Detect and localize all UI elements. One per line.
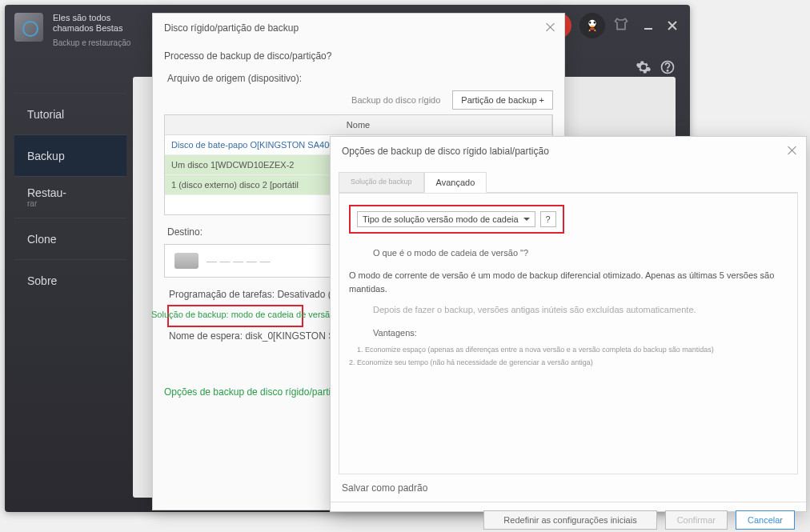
- svg-point-5: [594, 22, 595, 24]
- svg-point-12: [667, 70, 668, 71]
- info-question: O que é o modo de cadeia de versão "?: [373, 248, 788, 258]
- mode-tabs: Backup do disco rígido Partição de backu…: [164, 90, 553, 110]
- svg-rect-7: [590, 28, 595, 30]
- option-tabs: Solução de backup Avançado: [339, 172, 798, 193]
- dropdown-value: Tipo de solução versão modo de cadeia: [363, 214, 519, 224]
- options-body: Tipo de solução versão modo de cadeia ? …: [339, 193, 798, 474]
- sidebar-item-label: Clone: [27, 233, 57, 246]
- th-name: Nome: [165, 115, 552, 134]
- info-paragraph: O modo de corrente de versão é um modo d…: [349, 269, 788, 295]
- info-heading: Vantagens:: [373, 328, 788, 338]
- mode-tab-disk[interactable]: Backup do disco rígido: [343, 90, 449, 110]
- sidebar-item-label: Restau-: [27, 186, 66, 199]
- mode-tab-partition[interactable]: Partição de backup +: [452, 90, 553, 110]
- dialog-title: Opções de backup de disco rígido labial/…: [331, 137, 806, 166]
- sidebar-item-backup[interactable]: Backup: [14, 134, 126, 176]
- info-list-item: 2. Economize seu tempo (não há necessida…: [349, 358, 788, 366]
- title-line2: chamados Bestas: [53, 23, 130, 34]
- minimize-button[interactable]: [640, 18, 656, 34]
- share-qq-icon[interactable]: [579, 13, 605, 38]
- dialog-footer: Redefinir as configurações iniciais Conf…: [331, 502, 806, 532]
- app-title: Eles são todos chamados Bestas Backup e …: [53, 13, 130, 47]
- dialog-title-text: Disco rígido/partição de backup: [164, 22, 299, 34]
- solution-type-highlight: Tipo de solução versão modo de cadeia ?: [349, 205, 564, 234]
- info-block: O que é o modo de cadeia de versão "? O …: [373, 248, 788, 366]
- source-label: Arquivo de origem (dispositivo):: [167, 73, 550, 84]
- help-button[interactable]: ?: [540, 211, 556, 227]
- gear-icon[interactable]: [636, 59, 652, 75]
- skin-icon[interactable]: [613, 16, 632, 35]
- info-list-item: 1. Economize espaço (apenas as diferença…: [357, 346, 788, 354]
- help-icon[interactable]: [660, 59, 676, 75]
- title-line1: Eles são todos: [53, 13, 130, 23]
- app-logo-icon: [14, 13, 43, 42]
- sidebar: Tutorial Backup Restau- rar Clone Sobre: [14, 93, 126, 301]
- drive-icon: [174, 253, 198, 269]
- dialog-title: Disco rígido/partição de backup: [153, 14, 564, 42]
- window-controls: [546, 13, 680, 38]
- options-dialog: Opções de backup de disco rígido labial/…: [330, 136, 807, 512]
- title-subtitle: Backup e restauração: [53, 38, 130, 47]
- reset-button[interactable]: Redefinir as configurações iniciais: [483, 510, 656, 530]
- process-label: Processo de backup de disco/partição?: [164, 50, 553, 62]
- tab-advanced[interactable]: Avançado: [424, 172, 487, 193]
- save-default-link[interactable]: Salvar como padrão: [342, 482, 795, 494]
- close-icon[interactable]: [787, 145, 798, 156]
- svg-point-4: [589, 22, 591, 24]
- dest-value: — — — — —: [207, 255, 270, 267]
- close-button[interactable]: [664, 18, 680, 34]
- header-tools: [636, 59, 676, 75]
- info-paragraph: Depois de fazer o backup, versões antiga…: [373, 303, 788, 317]
- sidebar-item-tutorial[interactable]: Tutorial: [14, 93, 126, 134]
- sidebar-item-about[interactable]: Sobre: [14, 259, 126, 301]
- sidebar-item-clone[interactable]: Clone: [14, 218, 126, 259]
- sidebar-item-sublabel: rar: [27, 199, 66, 208]
- options-link[interactable]: Opções de backup de disco rígido/partiçã…: [164, 386, 346, 398]
- dialog-title-text: Opções de backup de disco rígido labial/…: [342, 146, 549, 157]
- svg-point-6: [590, 26, 595, 28]
- sidebar-item-label: Tutorial: [27, 108, 64, 121]
- confirm-button[interactable]: Confirmar: [665, 510, 728, 530]
- sidebar-item-label: Backup: [27, 150, 65, 162]
- tab-solution[interactable]: Solução de backup: [339, 172, 424, 192]
- close-icon[interactable]: [545, 22, 556, 33]
- cancel-button[interactable]: Cancelar: [736, 510, 795, 530]
- sidebar-item-label: Sobre: [27, 274, 57, 287]
- sidebar-item-restore[interactable]: Restau- rar: [14, 176, 126, 218]
- solution-type-dropdown[interactable]: Tipo de solução versão modo de cadeia: [357, 211, 535, 227]
